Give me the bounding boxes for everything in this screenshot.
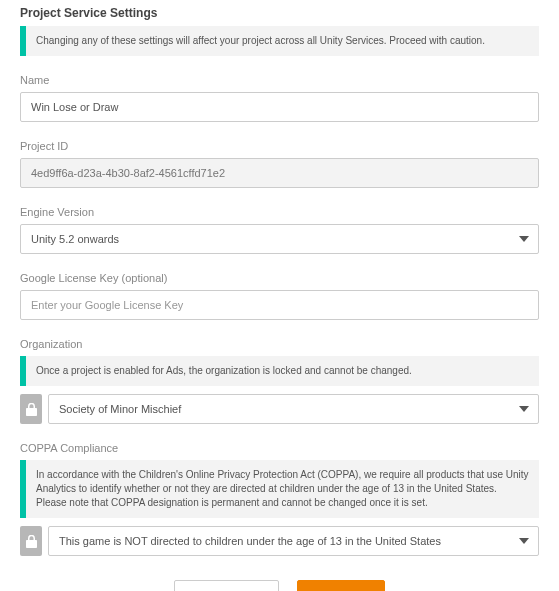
button-row: CANCEL SAVE: [20, 580, 539, 591]
field-google-license-key: Google License Key (optional): [20, 272, 539, 320]
organization-info-banner: Once a project is enabled for Ads, the o…: [20, 356, 539, 386]
coppa-select[interactable]: This game is NOT directed to children un…: [48, 526, 539, 556]
lock-icon: [20, 394, 42, 424]
field-organization: Organization Once a project is enabled f…: [20, 338, 539, 424]
project-id-label: Project ID: [20, 140, 539, 152]
organization-select[interactable]: Society of Minor Mischief: [48, 394, 539, 424]
project-id-input: [20, 158, 539, 188]
top-warning-banner: Changing any of these settings will affe…: [20, 26, 539, 56]
field-engine-version: Engine Version Unity 5.2 onwards: [20, 206, 539, 254]
coppa-info-text: In accordance with the Children's Online…: [26, 460, 539, 518]
page-title: Project Service Settings: [20, 6, 539, 20]
top-warning-text: Changing any of these settings will affe…: [26, 26, 495, 56]
engine-version-label: Engine Version: [20, 206, 539, 218]
field-name: Name: [20, 74, 539, 122]
organization-info-text: Once a project is enabled for Ads, the o…: [26, 356, 422, 386]
google-license-label: Google License Key (optional): [20, 272, 539, 284]
engine-version-select[interactable]: Unity 5.2 onwards: [20, 224, 539, 254]
organization-label: Organization: [20, 338, 539, 350]
lock-icon: [20, 526, 42, 556]
name-label: Name: [20, 74, 539, 86]
coppa-info-banner: In accordance with the Children's Online…: [20, 460, 539, 518]
name-input[interactable]: [20, 92, 539, 122]
coppa-label: COPPA Compliance: [20, 442, 539, 454]
field-project-id: Project ID: [20, 140, 539, 188]
cancel-button[interactable]: CANCEL: [174, 580, 278, 591]
save-button[interactable]: SAVE: [297, 580, 385, 591]
field-coppa: COPPA Compliance In accordance with the …: [20, 442, 539, 556]
google-license-input[interactable]: [20, 290, 539, 320]
